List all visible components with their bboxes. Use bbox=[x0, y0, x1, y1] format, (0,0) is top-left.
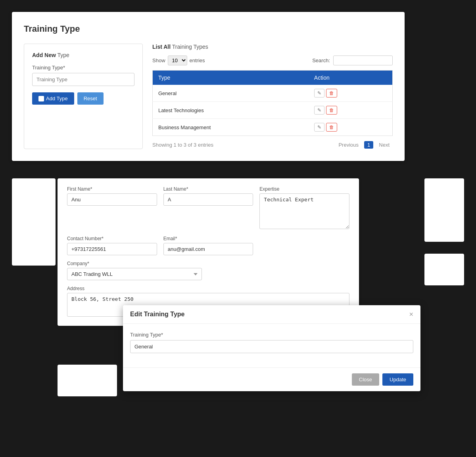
white-bottom-left-overlay bbox=[58, 365, 117, 396]
list-rest: Training Types bbox=[172, 44, 208, 50]
add-type-label: Add Type bbox=[46, 96, 68, 101]
edit-training-type-label: Training Type* bbox=[130, 332, 413, 338]
add-new-bold: Add New bbox=[32, 52, 56, 58]
white-left-overlay bbox=[12, 178, 56, 266]
training-type-group: Training Type* bbox=[32, 65, 134, 86]
show-label: Show bbox=[152, 57, 165, 63]
expertise-col: Expertise bbox=[259, 186, 349, 230]
last-name-col: Last Name* bbox=[163, 186, 253, 230]
search-input[interactable] bbox=[333, 55, 393, 65]
list-bold: List All bbox=[152, 44, 171, 50]
entries-select[interactable]: 10 bbox=[168, 55, 187, 65]
table-row: General ✎ 🗑 bbox=[153, 85, 393, 102]
name-expertise-row: First Name* Last Name* Expertise bbox=[67, 186, 349, 230]
bg-form-panel: First Name* Last Name* Expertise Contact… bbox=[58, 178, 359, 326]
action-buttons: ✎ 🗑 bbox=[314, 106, 387, 115]
first-name-col: First Name* bbox=[67, 186, 157, 230]
delete-button[interactable]: 🗑 bbox=[326, 123, 337, 132]
data-table: Type Action General ✎ 🗑 Latest Technolog… bbox=[152, 70, 393, 136]
action-cell: ✎ 🗑 bbox=[309, 102, 393, 119]
company-select[interactable]: ABC Trading WLL bbox=[67, 268, 202, 280]
type-cell: Business Management bbox=[153, 119, 309, 136]
white-right-bottom-overlay bbox=[424, 254, 464, 285]
contact-email-row: Contact Number* Email* bbox=[67, 236, 349, 255]
last-name-input[interactable] bbox=[163, 193, 253, 206]
next-btn[interactable]: Next bbox=[376, 141, 393, 149]
add-form-buttons: Add Type Reset bbox=[32, 92, 134, 105]
col-type: Type bbox=[153, 71, 309, 85]
email-input[interactable] bbox=[163, 243, 253, 255]
table-row: Latest Technologies ✎ 🗑 bbox=[153, 102, 393, 119]
modal-header: Edit Training Type × bbox=[123, 305, 420, 324]
delete-button[interactable]: 🗑 bbox=[326, 106, 337, 115]
email-col: Email* bbox=[163, 236, 253, 255]
show-entries: Show 10 entries bbox=[152, 55, 205, 65]
modal-footer: Close Update bbox=[123, 367, 420, 391]
company-label: Company* bbox=[67, 261, 202, 266]
type-cell: General bbox=[153, 85, 309, 102]
add-new-header: Add New Type bbox=[32, 52, 134, 58]
modal-title: Edit Training Type bbox=[130, 311, 185, 318]
contact-col: Contact Number* bbox=[67, 236, 157, 255]
close-button[interactable]: Close bbox=[352, 373, 379, 386]
add-new-section: Add New Type Training Type* Add Type Res… bbox=[24, 44, 143, 149]
main-panel: Training Type Add New Type Training Type… bbox=[12, 12, 405, 161]
table-controls: Show 10 entries Search: bbox=[152, 55, 393, 65]
first-name-input[interactable] bbox=[67, 193, 157, 206]
action-cell: ✎ 🗑 bbox=[309, 119, 393, 136]
page-1-btn[interactable]: 1 bbox=[364, 141, 373, 149]
action-buttons: ✎ 🗑 bbox=[314, 123, 387, 132]
email-label: Email* bbox=[163, 236, 253, 241]
company-col: Company* ABC Trading WLL bbox=[67, 261, 202, 280]
type-cell: Latest Technologies bbox=[153, 102, 309, 119]
add-new-rest: Type bbox=[58, 52, 69, 58]
panel-body: Add New Type Training Type* Add Type Res… bbox=[24, 44, 393, 149]
expertise-textarea[interactable] bbox=[259, 193, 349, 229]
add-type-button[interactable]: Add Type bbox=[32, 92, 74, 105]
training-type-input[interactable] bbox=[32, 73, 134, 86]
table-header-row: Type Action bbox=[153, 71, 393, 85]
contact-input[interactable] bbox=[67, 243, 157, 255]
action-buttons: ✎ 🗑 bbox=[314, 89, 387, 98]
previous-btn[interactable]: Previous bbox=[335, 141, 362, 149]
edit-training-type-input[interactable] bbox=[130, 340, 413, 353]
modal-close-button[interactable]: × bbox=[409, 311, 413, 318]
modal-body: Training Type* bbox=[123, 324, 420, 367]
page-title: Training Type bbox=[24, 24, 393, 34]
edit-button[interactable]: ✎ bbox=[314, 106, 324, 115]
white-right-top-overlay bbox=[424, 178, 464, 242]
last-name-label: Last Name* bbox=[163, 186, 253, 192]
reset-button[interactable]: Reset bbox=[77, 92, 104, 105]
showing-text: Showing 1 to 3 of 3 entries bbox=[152, 142, 213, 148]
entries-label: entries bbox=[190, 57, 205, 63]
training-type-label: Training Type* bbox=[32, 65, 134, 71]
first-name-label: First Name* bbox=[67, 186, 157, 192]
table-row: Business Management ✎ 🗑 bbox=[153, 119, 393, 136]
address-label: Address bbox=[67, 286, 349, 291]
list-section: List All Training Types Show 10 entries … bbox=[152, 44, 393, 149]
update-button[interactable]: Update bbox=[382, 373, 413, 386]
table-footer: Showing 1 to 3 of 3 entries Previous 1 N… bbox=[152, 141, 393, 149]
edit-modal: Edit Training Type × Training Type* Clos… bbox=[123, 305, 420, 391]
company-row: Company* ABC Trading WLL bbox=[67, 261, 349, 280]
search-box: Search: bbox=[312, 55, 393, 65]
delete-button[interactable]: 🗑 bbox=[326, 89, 337, 98]
list-header: List All Training Types bbox=[152, 44, 393, 50]
contact-label: Contact Number* bbox=[67, 236, 157, 241]
col-action: Action bbox=[309, 71, 393, 85]
check-icon bbox=[38, 96, 44, 101]
action-cell: ✎ 🗑 bbox=[309, 85, 393, 102]
edit-button[interactable]: ✎ bbox=[314, 123, 324, 132]
expertise-label: Expertise bbox=[259, 186, 349, 192]
edit-button[interactable]: ✎ bbox=[314, 89, 324, 98]
edit-training-type-group: Training Type* bbox=[130, 332, 413, 353]
pagination: Previous 1 Next bbox=[335, 141, 393, 149]
search-label: Search: bbox=[312, 57, 330, 63]
